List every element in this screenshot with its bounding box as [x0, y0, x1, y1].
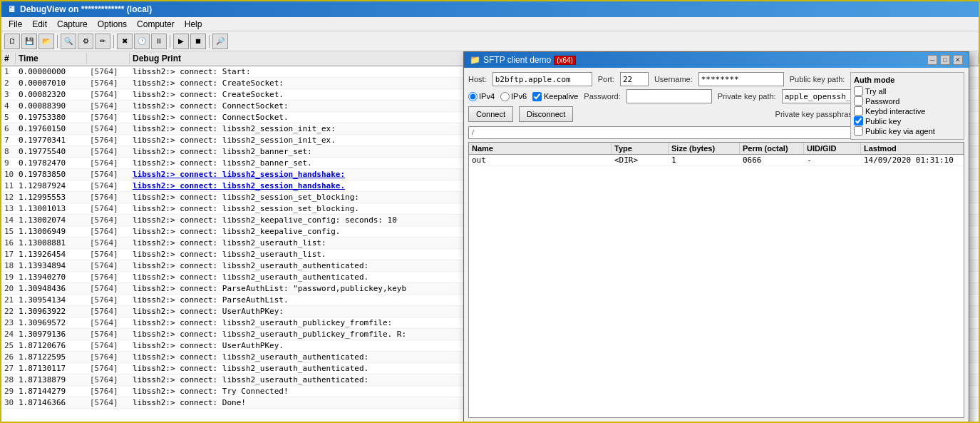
toolbar-capture-off[interactable]: ⏹: [190, 34, 206, 49]
row-time: 1.30963922: [16, 306, 87, 317]
toolbar-clock[interactable]: 🕐: [134, 34, 150, 49]
menu-edit[interactable]: Edit: [28, 19, 51, 30]
row-pid: [5764]: [87, 123, 130, 134]
toolbar-new[interactable]: 🗋: [4, 34, 20, 49]
row-pid: [5764]: [87, 317, 130, 328]
file-row-out[interactable]: out <DIR> 1 0666 - 14/09/2020 01:31:10: [469, 155, 964, 166]
row-pid: [5764]: [87, 352, 130, 362]
toolbar-sep1: [57, 35, 58, 48]
menu-options[interactable]: Options: [93, 19, 131, 30]
sftp-auth-password-row: Password: [854, 96, 961, 106]
row-pid: [5764]: [87, 272, 130, 282]
sftp-keepalive-checkbox[interactable]: [532, 92, 542, 101]
sftp-port-input[interactable]: [620, 72, 649, 86]
row-pid: [5764]: [87, 226, 130, 237]
file-lastmod-out: 14/09/2020 01:31:10: [861, 155, 964, 165]
sftp-ipv4-radio[interactable]: [468, 92, 478, 101]
sftp-body: Auth mode Try all Password Keybd interac…: [464, 68, 969, 422]
toolbar-highlight[interactable]: ✏: [95, 34, 110, 49]
row-pid: [5764]: [87, 203, 130, 214]
toolbar-open[interactable]: 📂: [38, 34, 54, 49]
toolbar: 🗋 💾 📂 🔍 ⚙ ✏ ✖ 🕐 ⏸ ▶ ⏹ 🔎: [1, 31, 979, 51]
row-time: 1.13934894: [16, 260, 87, 271]
sftp-password-input[interactable]: [626, 89, 712, 103]
sftp-auth-title: Auth mode: [854, 76, 961, 84]
row-time: 1.13940270: [16, 272, 87, 282]
row-pid: [5764]: [87, 295, 130, 305]
col-header-num: #: [1, 53, 16, 64]
row-time: 0.19753380: [16, 112, 87, 123]
row-time: 1.30979136: [16, 329, 87, 340]
row-num: 16: [1, 238, 16, 248]
file-col-uid: UID/GID: [804, 143, 861, 154]
toolbar-sep4: [209, 35, 210, 48]
sftp-try-all-checkbox[interactable]: [854, 86, 863, 96]
row-time: 1.87146366: [16, 397, 87, 408]
menu-computer[interactable]: Computer: [133, 19, 179, 30]
toolbar-find[interactable]: 🔎: [212, 34, 228, 49]
row-num: 27: [1, 363, 16, 374]
row-time: 1.30954134: [16, 295, 87, 305]
sftp-username-input[interactable]: [698, 72, 784, 86]
row-pid: [5764]: [87, 78, 130, 88]
sftp-keybd-checkbox[interactable]: [854, 106, 863, 116]
row-time: 1.13002074: [16, 215, 87, 225]
row-time: 0.00007010: [16, 78, 87, 88]
sftp-try-all-label: Try all: [865, 87, 887, 96]
row-time: 0.19775540: [16, 146, 87, 157]
toolbar-filter[interactable]: ⚙: [78, 34, 93, 49]
row-time: 1.87122595: [16, 352, 87, 362]
row-time: 1.87120676: [16, 340, 87, 351]
menu-help[interactable]: Help: [180, 19, 207, 30]
sftp-ipv4-radio-label[interactable]: IPv4: [468, 92, 495, 101]
toolbar-clear[interactable]: ✖: [117, 34, 133, 49]
sftp-passphrase-label: Private key passphrase:: [775, 110, 859, 118]
row-num: 14: [1, 215, 16, 225]
sftp-password-label: Password: [865, 97, 899, 106]
row-pid: [5764]: [87, 249, 130, 260]
row-pid: [5764]: [87, 283, 130, 294]
sftp-pubkey-agent-checkbox[interactable]: [854, 126, 863, 136]
row-num: 8: [1, 146, 16, 157]
row-num: 23: [1, 317, 16, 328]
sftp-close-btn[interactable]: ✕: [953, 55, 963, 65]
row-num: 4: [1, 101, 16, 111]
row-num: 7: [1, 135, 16, 146]
sftp-dialog: 📁 SFTP client demo (x64) ─ □ ✕ Auth mode: [463, 51, 969, 422]
sftp-minimize-btn[interactable]: ─: [927, 55, 937, 65]
row-time: 0.00000000: [16, 66, 87, 77]
toolbar-pause[interactable]: ⏸: [151, 34, 167, 49]
toolbar-capture-on[interactable]: ▶: [173, 34, 189, 49]
sftp-auth-panel: Auth mode Try all Password Keybd interac…: [850, 72, 964, 140]
row-pid: [5764]: [87, 340, 130, 351]
row-pid: [5764]: [87, 135, 130, 146]
sftp-connect-btn[interactable]: Connect: [468, 106, 513, 122]
row-num: 3: [1, 89, 16, 100]
sftp-password-checkbox[interactable]: [854, 96, 863, 106]
sftp-restore-btn[interactable]: □: [940, 55, 950, 65]
row-num: 6: [1, 123, 16, 134]
toolbar-search[interactable]: 🔍: [61, 34, 76, 49]
row-num: 1: [1, 66, 16, 77]
sftp-file-header: Name Type Size (bytes) Perm (octal) UID/…: [469, 143, 964, 155]
sftp-title-controls: ─ □ ✕: [927, 55, 963, 65]
row-time: 1.87144279: [16, 386, 87, 397]
toolbar-save[interactable]: 💾: [21, 34, 37, 49]
menu-file[interactable]: File: [4, 19, 26, 30]
row-num: 24: [1, 329, 16, 340]
menu-capture[interactable]: Capture: [53, 19, 92, 30]
menu-bar: File Edit Capture Options Computer Help: [1, 17, 979, 31]
row-time: 0.19760150: [16, 123, 87, 134]
sftp-ipv6-radio[interactable]: [500, 92, 510, 101]
row-num: 19: [1, 272, 16, 282]
sftp-pubkey-label: Public key: [865, 117, 901, 126]
sftp-ipv6-radio-label[interactable]: IPv6: [500, 92, 527, 101]
sftp-pubkey-checkbox[interactable]: [854, 116, 863, 126]
row-pid: [5764]: [87, 158, 130, 168]
row-num: 5: [1, 112, 16, 123]
sftp-host-input[interactable]: [492, 72, 592, 86]
sftp-action-row: Get file Put file Delete Rename Make sym…: [468, 421, 964, 422]
row-num: 28: [1, 374, 16, 385]
row-time: 1.13001013: [16, 203, 87, 214]
sftp-disconnect-btn[interactable]: Disconnect: [519, 106, 573, 122]
